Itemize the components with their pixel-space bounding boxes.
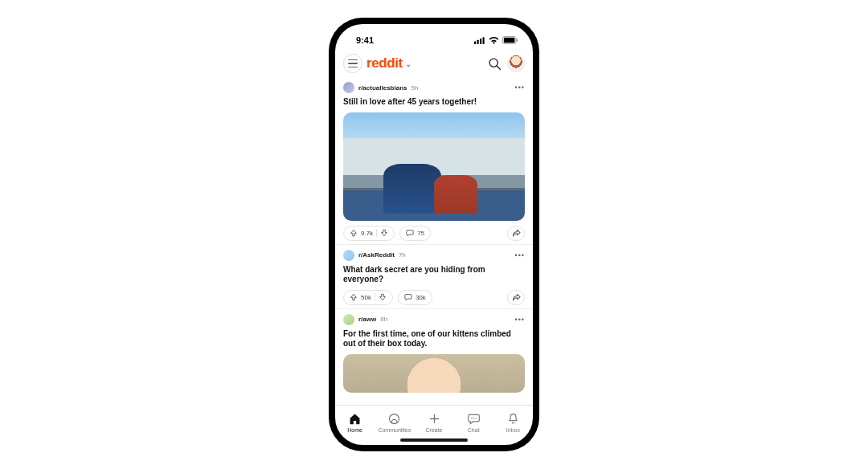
- share-icon: [512, 293, 521, 302]
- downvote-icon[interactable]: [380, 229, 388, 237]
- ios-home-indicator[interactable]: [400, 438, 468, 442]
- comments-button[interactable]: 30k: [398, 290, 432, 305]
- subreddit-link[interactable]: r/aww: [358, 316, 376, 323]
- subreddit-link[interactable]: r/actuallesbians: [358, 84, 407, 92]
- tab-label: Chat: [468, 427, 480, 433]
- upvote-count: 9.7k: [361, 230, 373, 237]
- phone-frame: 9:41 reddit ⌄: [329, 18, 539, 451]
- post-image[interactable]: [343, 354, 525, 393]
- feed[interactable]: r/actuallesbians 5h ••• Still in love af…: [335, 77, 533, 405]
- svg-point-9: [390, 414, 399, 423]
- phone-screen: 9:41 reddit ⌄: [335, 24, 533, 445]
- feed-post[interactable]: r/aww 8h ••• For the first time, one of …: [335, 308, 533, 396]
- status-time: 9:41: [356, 35, 374, 45]
- plus-icon: [428, 412, 441, 426]
- svg-point-14: [475, 417, 477, 418]
- downvote-icon[interactable]: [379, 293, 387, 301]
- subreddit-link[interactable]: r/AskReddit: [358, 251, 395, 259]
- reddit-logo[interactable]: reddit: [366, 55, 403, 71]
- wifi-icon: [489, 37, 499, 44]
- feed-post[interactable]: r/actuallesbians 5h ••• Still in love af…: [335, 77, 533, 244]
- hamburger-menu-button[interactable]: [343, 54, 362, 73]
- communities-icon: [387, 412, 401, 426]
- tab-label: Inbox: [506, 427, 520, 433]
- vote-pill[interactable]: 9.7k: [343, 226, 395, 241]
- post-age: 7h: [399, 251, 406, 259]
- tab-home[interactable]: Home: [335, 406, 375, 438]
- comment-count: 30k: [416, 294, 426, 301]
- search-icon: [488, 57, 502, 71]
- post-title[interactable]: Still in love after 45 years together!: [343, 97, 525, 108]
- status-indicators: [474, 36, 518, 44]
- comment-count: 75: [417, 230, 424, 237]
- share-button[interactable]: [507, 226, 525, 241]
- svg-rect-5: [504, 38, 515, 43]
- feed-dropdown-chevron-icon[interactable]: ⌄: [405, 59, 411, 68]
- tab-communities[interactable]: Communities: [375, 406, 414, 438]
- post-title[interactable]: For the first time, one of our kittens c…: [343, 329, 525, 349]
- subreddit-avatar[interactable]: [343, 314, 354, 325]
- vote-pill[interactable]: 50k: [343, 290, 393, 305]
- upvote-icon[interactable]: [350, 229, 358, 237]
- home-icon: [348, 412, 362, 426]
- svg-point-12: [471, 417, 473, 418]
- post-image[interactable]: [343, 112, 525, 221]
- subreddit-avatar[interactable]: [343, 82, 354, 93]
- tab-label: Home: [347, 427, 362, 433]
- comments-button[interactable]: 75: [399, 226, 431, 241]
- signal-icon: [474, 37, 485, 44]
- svg-point-13: [473, 417, 474, 418]
- svg-rect-1: [477, 39, 479, 43]
- search-button[interactable]: [485, 55, 503, 72]
- svg-rect-6: [517, 39, 518, 42]
- share-icon: [512, 229, 521, 238]
- post-age: 5h: [411, 84, 418, 92]
- comment-icon: [404, 293, 412, 301]
- share-button[interactable]: [507, 290, 525, 305]
- post-actions: 9.7k 75: [343, 226, 525, 241]
- subreddit-avatar[interactable]: [343, 250, 354, 261]
- upvote-count: 50k: [361, 294, 371, 301]
- post-menu-button[interactable]: •••: [515, 316, 525, 324]
- battery-icon: [502, 36, 518, 44]
- post-menu-button[interactable]: •••: [515, 251, 525, 259]
- user-avatar[interactable]: [507, 55, 525, 72]
- tab-chat[interactable]: Chat: [454, 406, 493, 438]
- svg-rect-2: [480, 38, 481, 43]
- upvote-icon[interactable]: [350, 293, 358, 301]
- comment-icon: [406, 229, 414, 237]
- bell-icon: [506, 412, 520, 426]
- tab-label: Communities: [378, 427, 411, 433]
- tab-create[interactable]: Create: [414, 406, 453, 438]
- post-menu-button[interactable]: •••: [515, 84, 525, 92]
- post-actions: 50k 30k: [343, 290, 525, 305]
- tab-inbox[interactable]: Inbox: [493, 406, 533, 438]
- svg-rect-3: [483, 37, 485, 44]
- post-title[interactable]: What dark secret are you hiding from eve…: [343, 265, 525, 285]
- post-age: 8h: [380, 316, 387, 323]
- feed-post[interactable]: r/AskReddit 7h ••• What dark secret are …: [335, 244, 533, 308]
- svg-rect-0: [474, 41, 476, 44]
- svg-line-8: [497, 66, 500, 69]
- ios-status-bar: 9:41: [335, 24, 533, 50]
- app-header: reddit ⌄: [335, 50, 533, 77]
- tab-label: Create: [426, 427, 443, 433]
- chat-icon: [467, 412, 481, 426]
